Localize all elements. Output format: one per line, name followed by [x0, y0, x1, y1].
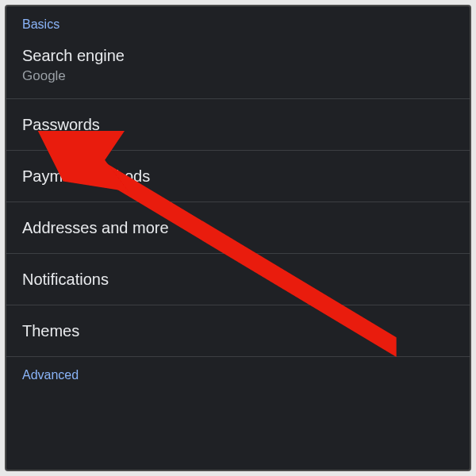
settings-item-passwords[interactable]: Passwords [6, 99, 470, 151]
item-title: Search engine [22, 44, 454, 67]
settings-item-payment-methods[interactable]: Payment methods [6, 151, 470, 202]
settings-item-search-engine[interactable]: Search engine Google [6, 38, 470, 99]
item-title: Passwords [22, 113, 454, 136]
item-subtitle: Google [22, 68, 454, 84]
item-title: Themes [22, 320, 454, 342]
item-title: Addresses and more [22, 217, 454, 239]
settings-item-notifications[interactable]: Notifications [6, 254, 470, 305]
item-title: Notifications [22, 268, 454, 290]
item-title: Payment methods [22, 165, 454, 187]
settings-screen: Basics Search engine Google Passwords Pa… [5, 5, 471, 471]
section-header-basics: Basics [6, 6, 470, 38]
section-header-advanced: Advanced [6, 357, 470, 389]
settings-item-themes[interactable]: Themes [6, 305, 470, 357]
settings-item-addresses[interactable]: Addresses and more [6, 202, 470, 254]
